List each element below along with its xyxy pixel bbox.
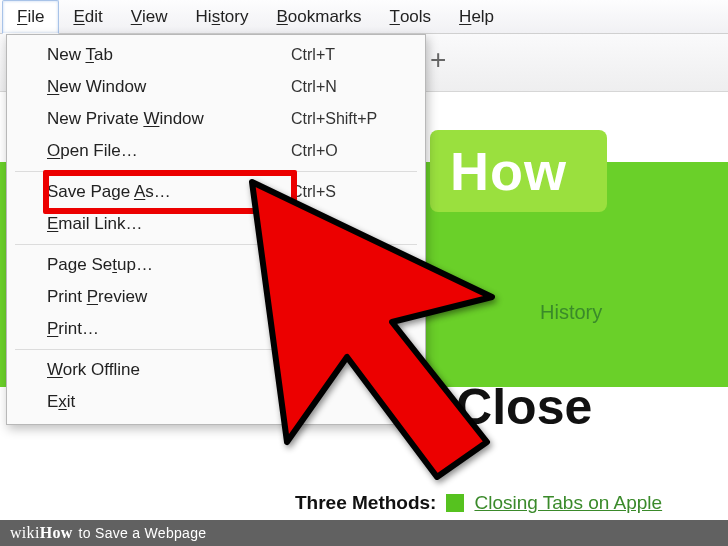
menu-item-accelerator: Ctrl+N — [291, 78, 411, 96]
browser-window: + How History to Close Three Methods: Cl… — [0, 0, 728, 546]
method-link[interactable]: Closing Tabs on Apple — [474, 492, 662, 514]
menu-item-label: Open File… — [47, 141, 291, 161]
menu-file[interactable]: File — [2, 0, 59, 34]
caption-text: to Save a Webpage — [79, 525, 207, 541]
caption-logo-prefix: wiki — [10, 524, 40, 541]
menu-item-accelerator: Ctrl+Shift+P — [291, 110, 411, 128]
menu-tools[interactable]: Tools — [376, 0, 446, 33]
wikihow-caption-logo: wikiHow — [0, 524, 79, 542]
cursor-arrow-icon — [232, 162, 552, 482]
menu-item-accelerator: Ctrl+T — [291, 46, 411, 64]
tutorial-caption: wikiHow to Save a Webpage — [0, 520, 728, 546]
menu-item-new-window[interactable]: New WindowCtrl+N — [7, 71, 425, 103]
menu-edit[interactable]: Edit — [59, 0, 116, 33]
menu-bookmarks[interactable]: Bookmarks — [262, 0, 375, 33]
method-bullet-icon — [446, 494, 464, 512]
menu-item-label: New Tab — [47, 45, 291, 65]
menu-view[interactable]: View — [117, 0, 182, 33]
menu-help[interactable]: Help — [445, 0, 508, 33]
methods-label: Three Methods: — [295, 492, 436, 514]
menu-item-new-tab[interactable]: New TabCtrl+T — [7, 39, 425, 71]
menu-item-label: New Window — [47, 77, 291, 97]
methods-row: Three Methods: Closing Tabs on Apple — [295, 492, 662, 514]
new-tab-plus-icon[interactable]: + — [430, 44, 446, 76]
menu-item-accelerator: Ctrl+O — [291, 142, 411, 160]
menubar: FileEditViewHistoryBookmarksToolsHelp — [0, 0, 728, 34]
caption-logo-bold: How — [40, 524, 73, 541]
menu-item-new-private-window[interactable]: New Private WindowCtrl+Shift+P — [7, 103, 425, 135]
menu-history[interactable]: History — [182, 0, 263, 33]
menu-item-label: New Private Window — [47, 109, 291, 129]
